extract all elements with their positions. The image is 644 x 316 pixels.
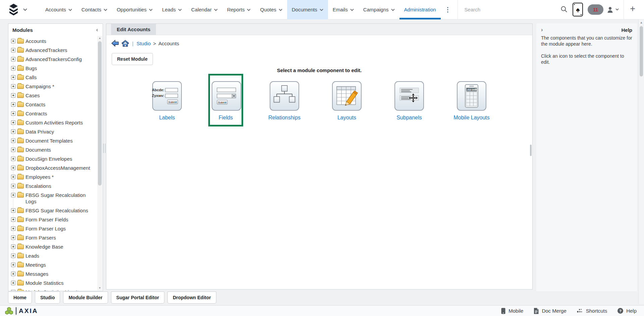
expand-icon[interactable]: + xyxy=(11,57,15,61)
expand-icon[interactable]: + xyxy=(11,245,15,249)
scrollbar-thumb[interactable] xyxy=(98,41,102,186)
component-label[interactable]: Relationships xyxy=(263,115,306,121)
expand-icon[interactable]: + xyxy=(11,184,15,188)
tree-item-form-parser-fields[interactable]: +Form Parser Fields xyxy=(11,215,96,224)
expand-icon[interactable]: + xyxy=(11,254,15,258)
expand-icon[interactable]: + xyxy=(11,193,15,197)
tree-item-document-templates[interactable]: +Document Templates xyxy=(11,136,96,145)
nav-item-quotes[interactable]: Quotes xyxy=(255,0,287,19)
collapse-sidebar-icon[interactable]: ‹ xyxy=(95,27,99,33)
back-icon[interactable] xyxy=(111,40,119,47)
home-icon[interactable] xyxy=(121,40,129,47)
kebab-menu-icon[interactable]: ⋮ xyxy=(441,6,455,13)
expand-icon[interactable]: + xyxy=(11,39,15,43)
tree-item-form-parser-logs[interactable]: +Form Parser Logs xyxy=(11,224,96,233)
tree-item-knowledge-base[interactable]: +Knowledge Base xyxy=(11,242,96,251)
nav-item-leads[interactable]: Leads xyxy=(157,0,186,19)
tree-item-cases[interactable]: +Cases xyxy=(11,91,96,100)
component-label[interactable]: Subpanels xyxy=(388,115,430,121)
panel-resize-handle[interactable] xyxy=(103,144,105,153)
tree-item-fbsg-sugar-recalculation-logs[interactable]: +FBSG Sugar Recalculation Logs xyxy=(11,191,96,206)
tab-home[interactable]: Home xyxy=(8,292,32,304)
scroll-up-icon[interactable]: ▲ xyxy=(639,19,644,25)
expand-icon[interactable]: + xyxy=(11,139,15,143)
expand-icon[interactable]: + xyxy=(11,129,15,134)
add-icon[interactable]: + xyxy=(626,4,639,15)
expand-icon[interactable]: + xyxy=(11,157,15,161)
component-labels[interactable]: Abcde: Zyxwv: Submit Labels xyxy=(146,74,188,121)
scrollbar-thumb[interactable] xyxy=(640,26,643,76)
tree-item-meetings[interactable]: +Meetings xyxy=(11,260,96,269)
tree-item-employees[interactable]: +Employees * xyxy=(11,172,96,181)
expand-icon[interactable]: + xyxy=(11,148,15,152)
tree-item-bugs[interactable]: +Bugs xyxy=(11,64,96,73)
expand-icon[interactable]: + xyxy=(11,48,15,52)
page-scrollbar[interactable]: ▲ xyxy=(638,19,644,304)
expand-icon[interactable]: + xyxy=(11,263,15,267)
expand-help-icon[interactable]: › xyxy=(541,27,543,33)
expand-icon[interactable]: + xyxy=(11,166,15,170)
expand-icon[interactable]: + xyxy=(11,84,15,89)
tree-item-module-statistics[interactable]: +Module Statistics xyxy=(11,278,96,287)
nav-item-administration[interactable]: Administration xyxy=(399,0,441,19)
user-menu[interactable] xyxy=(606,6,619,14)
search-icon[interactable] xyxy=(558,4,570,15)
tab-module-builder[interactable]: Module Builder xyxy=(63,292,108,304)
tab-sugar-portal-editor[interactable]: Sugar Portal Editor xyxy=(111,292,165,304)
nav-item-calendar[interactable]: Calendar xyxy=(186,0,222,19)
tree-item-accounts[interactable]: +Accounts xyxy=(11,37,96,46)
spade-card-icon[interactable]: ♠ xyxy=(573,3,583,16)
expand-icon[interactable]: + xyxy=(11,290,15,291)
tree-item-dropboxaccessmanagement[interactable]: +DropboxAccessManagement xyxy=(11,163,96,172)
expand-icon[interactable]: + xyxy=(11,272,15,276)
expand-icon[interactable]: + xyxy=(11,93,15,98)
component-fields-highlighted[interactable]: Submit Fields xyxy=(208,74,243,126)
component-subpanels[interactable]: Subpanels xyxy=(388,74,430,121)
expand-icon[interactable]: + xyxy=(11,226,15,231)
expand-icon[interactable]: + xyxy=(11,281,15,285)
tab-studio[interactable]: Studio xyxy=(35,292,60,304)
nav-item-campaigns[interactable]: Campaigns xyxy=(359,0,399,19)
tree-item-advancedtrackersconfig[interactable]: +AdvancedTrackersConfig xyxy=(11,55,96,64)
tree-item-contacts[interactable]: +Contacts xyxy=(11,100,96,109)
notification-badge[interactable]: 11 xyxy=(588,4,603,15)
main-scrollbar-thumb[interactable] xyxy=(530,145,532,156)
scroll-down-icon[interactable]: ▼ xyxy=(97,286,102,291)
component-relationships[interactable]: Relationships xyxy=(263,74,306,121)
tree-item-contracts[interactable]: +Contracts xyxy=(11,109,96,118)
component-label[interactable]: Layouts xyxy=(326,115,368,121)
breadcrumb-studio-link[interactable]: Studio xyxy=(137,41,151,46)
app-menu-button[interactable] xyxy=(7,3,27,16)
tree-item-advancedtrackers[interactable]: +AdvancedTrackers xyxy=(11,46,96,55)
component-layouts[interactable]: Layouts xyxy=(326,74,368,121)
nav-item-contacts[interactable]: Contacts xyxy=(77,0,112,19)
tree-item-docusign-envelopes[interactable]: +DocuSign Envelopes xyxy=(11,154,96,163)
reset-module-button[interactable]: Reset Module xyxy=(112,53,153,65)
tree-item-documents[interactable]: +Documents xyxy=(11,145,96,154)
tree-item-custom-activities-reports[interactable]: +Custom Activities Reports xyxy=(11,118,96,127)
component-mobile-layouts[interactable]: 12:34 Mobile Layouts xyxy=(450,74,493,121)
footer-link-help[interactable]: ? Help xyxy=(617,308,637,314)
nav-item-accounts[interactable]: Accounts xyxy=(41,0,77,19)
nav-item-documents[interactable]: Documents xyxy=(287,0,328,19)
tree-item-module-statistics-line-items[interactable]: +Module Statistics Line Items xyxy=(11,287,96,291)
expand-icon[interactable]: + xyxy=(11,208,15,213)
expand-icon[interactable]: + xyxy=(11,175,15,179)
tree-item-messages[interactable]: +Messages xyxy=(11,269,96,278)
component-label[interactable]: Fields xyxy=(211,115,240,121)
component-label[interactable]: Labels xyxy=(146,115,188,121)
tree-item-calls[interactable]: +Calls xyxy=(11,73,96,82)
nav-item-emails[interactable]: Emails xyxy=(328,0,359,19)
footer-link-mobile[interactable]: Mobile xyxy=(501,308,523,314)
tab-dropdown-editor[interactable]: Dropdown Editor xyxy=(167,292,216,304)
tree-item-fbsg-sugar-recalculations[interactable]: +FBSG Sugar Recalculations xyxy=(11,206,96,215)
expand-icon[interactable]: + xyxy=(11,120,15,125)
sidebar-scrollbar[interactable]: ▲ ▼ xyxy=(97,36,102,291)
search-input[interactable] xyxy=(460,7,558,12)
tree-item-leads[interactable]: +Leads xyxy=(11,251,96,260)
tree-item-campaigns[interactable]: +Campaigns * xyxy=(11,82,96,91)
expand-icon[interactable]: + xyxy=(11,111,15,116)
expand-icon[interactable]: + xyxy=(11,235,15,240)
footer-link-doc-merge[interactable]: Doc Merge xyxy=(533,308,566,314)
nav-item-reports[interactable]: Reports xyxy=(222,0,256,19)
